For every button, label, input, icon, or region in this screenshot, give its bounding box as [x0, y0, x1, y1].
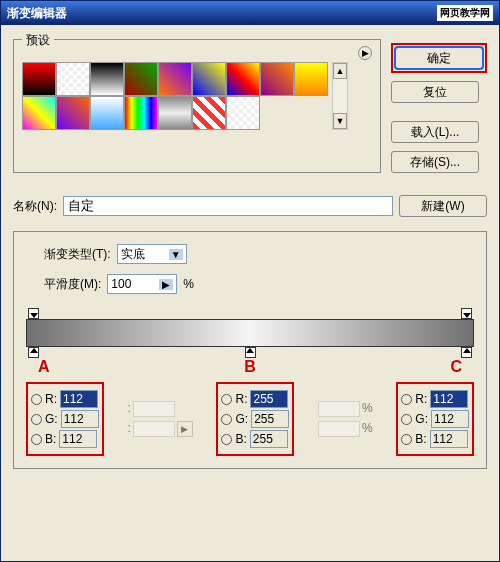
load-button[interactable]: 载入(L)... [391, 121, 479, 143]
marker-row: A B C [26, 358, 474, 376]
reset-button[interactable]: 复位 [391, 81, 479, 103]
b-value-b[interactable]: 255 [250, 430, 288, 448]
preset-swatch[interactable] [158, 62, 192, 96]
r-value-b[interactable]: 255 [250, 390, 288, 408]
marker-b: B [244, 358, 256, 376]
b-value-a[interactable]: 112 [59, 430, 97, 448]
type-label: 渐变类型(T): [44, 246, 111, 263]
titlebar: 渐变编辑器 网页教学网 [1, 1, 499, 25]
preset-swatch[interactable] [90, 96, 124, 130]
disabled-field [133, 401, 175, 417]
preset-swatch[interactable] [56, 62, 90, 96]
preset-swatch[interactable] [260, 62, 294, 96]
side-buttons: 确定 复位 载入(L)... 存储(S)... [391, 33, 487, 173]
smooth-input[interactable]: 100 ▶ [107, 274, 177, 294]
presets-group: 预设 ▶ [13, 39, 381, 173]
preset-swatch[interactable] [158, 96, 192, 130]
colon: : [127, 421, 130, 437]
g-label: G: [235, 412, 248, 426]
preset-swatch[interactable] [192, 96, 226, 130]
preset-swatch[interactable] [226, 96, 260, 130]
g-value-c[interactable]: 112 [431, 410, 469, 428]
preset-swatch[interactable] [226, 62, 260, 96]
color-stop[interactable] [245, 347, 256, 358]
opacity-stop[interactable] [461, 308, 472, 319]
radio-b[interactable] [221, 434, 232, 445]
g-label: G: [45, 412, 58, 426]
rgb-block-b: R:255 G:255 B:255 [216, 382, 294, 456]
b-value-c[interactable]: 112 [430, 430, 468, 448]
name-label: 名称(N): [13, 198, 57, 215]
radio-g[interactable] [31, 414, 42, 425]
b-label: B: [415, 432, 426, 446]
pct-label: % [362, 401, 373, 417]
radio-g[interactable] [221, 414, 232, 425]
gradient-bar[interactable] [26, 319, 474, 347]
type-select[interactable]: 实底 ▼ [117, 244, 187, 264]
r-label: R: [45, 392, 57, 406]
play-icon: ▶ [177, 421, 193, 437]
g-value-a[interactable]: 112 [61, 410, 99, 428]
rgb-blocks: R:112 G:112 B:112 : :▶ R:255 G:255 B:255… [26, 382, 474, 456]
preset-swatch[interactable] [294, 62, 328, 96]
presets-flyout-icon[interactable]: ▶ [358, 46, 372, 60]
smooth-value: 100 [111, 277, 131, 291]
opacity-stop[interactable] [28, 308, 39, 319]
disabled-field [318, 421, 360, 437]
radio-r[interactable] [401, 394, 412, 405]
gradient-area [26, 308, 474, 358]
smooth-unit: % [183, 277, 194, 291]
preset-swatch[interactable] [124, 62, 158, 96]
preset-swatch[interactable] [56, 96, 90, 130]
preset-scrollbar[interactable]: ▲ ▼ [332, 62, 348, 130]
gradient-editor-window: 渐变编辑器 网页教学网 预设 ▶ [0, 0, 500, 562]
b-label: B: [45, 432, 56, 446]
extra-col: : :▶ [127, 382, 192, 456]
watermark: 网页教学网 [437, 5, 493, 21]
gradient-settings: 渐变类型(T): 实底 ▼ 平滑度(M): 100 ▶ % [13, 231, 487, 469]
dropdown-icon: ▼ [169, 249, 183, 260]
marker-c: C [450, 358, 462, 376]
rgb-block-c: R:112 G:112 B:112 [396, 382, 474, 456]
stepper-icon: ▶ [159, 279, 173, 290]
smooth-label: 平滑度(M): [44, 276, 101, 293]
ok-button[interactable]: 确定 [395, 47, 483, 69]
radio-b[interactable] [401, 434, 412, 445]
r-value-c[interactable]: 112 [430, 390, 468, 408]
preset-grid [22, 62, 328, 130]
save-button[interactable]: 存储(S)... [391, 151, 479, 173]
preset-swatch[interactable] [22, 96, 56, 130]
marker-a: A [38, 358, 50, 376]
presets-legend: 预设 [22, 32, 54, 49]
new-button[interactable]: 新建(W) [399, 195, 487, 217]
window-title: 渐变编辑器 [7, 5, 67, 22]
g-value-b[interactable]: 255 [251, 410, 289, 428]
radio-g[interactable] [401, 414, 412, 425]
radio-r[interactable] [31, 394, 42, 405]
color-stop[interactable] [28, 347, 39, 358]
name-row: 名称(N): 新建(W) [13, 195, 487, 217]
radio-b[interactable] [31, 434, 42, 445]
name-input[interactable] [63, 196, 393, 216]
colon: : [127, 401, 130, 417]
type-value: 实底 [121, 246, 145, 263]
rgb-block-a: R:112 G:112 B:112 [26, 382, 104, 456]
disabled-field [318, 401, 360, 417]
g-label: G: [415, 412, 428, 426]
radio-r[interactable] [221, 394, 232, 405]
pct-label: % [362, 421, 373, 437]
preset-swatch[interactable] [124, 96, 158, 130]
b-label: B: [235, 432, 246, 446]
disabled-field [133, 421, 175, 437]
scroll-down-icon[interactable]: ▼ [333, 113, 347, 129]
preset-swatch[interactable] [192, 62, 226, 96]
r-label: R: [415, 392, 427, 406]
preset-swatch[interactable] [22, 62, 56, 96]
scroll-up-icon[interactable]: ▲ [333, 63, 347, 79]
extra-col: % % [318, 382, 373, 456]
r-label: R: [235, 392, 247, 406]
color-stop[interactable] [461, 347, 472, 358]
preset-swatch[interactable] [90, 62, 124, 96]
r-value-a[interactable]: 112 [60, 390, 98, 408]
